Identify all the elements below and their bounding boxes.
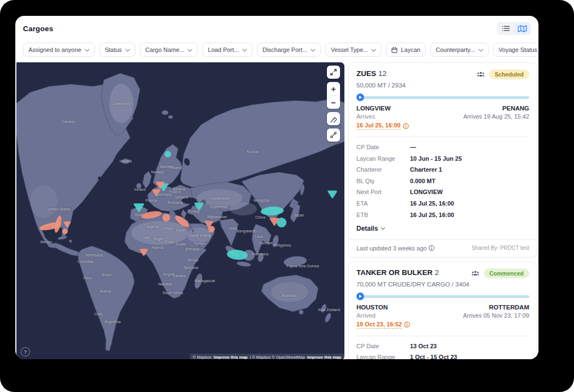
detail-row: Laycan Range 10 Jun - 15 Jun 25 (356, 155, 529, 162)
great-lake (98, 177, 101, 180)
destination-port: PENANG (464, 105, 529, 112)
divider (356, 137, 529, 137)
shared-users-icon (471, 270, 479, 277)
vessel-position-marker[interactable] (356, 93, 364, 101)
detail-value: 1 Oct - 15 Oct 23 (410, 354, 529, 359)
origin-datetime[interactable]: 16 Jul 25, 16:00 (356, 122, 409, 130)
hispaniola (69, 240, 72, 243)
destination-arrival: Arrives 05 Nov 23, 17:09 (463, 312, 529, 319)
detail-value: LONGVIEW (410, 189, 529, 195)
shared-users-icon (477, 71, 485, 78)
detail-label: ETA (356, 200, 410, 207)
list-view-button[interactable] (498, 23, 513, 34)
australia-terrain (271, 282, 308, 302)
zoom-in-button[interactable]: + (327, 82, 340, 95)
filter-voyage-status[interactable]: Voyage Status (493, 43, 538, 57)
greenland-ice (109, 84, 133, 123)
cyan-cargo-marker[interactable] (165, 151, 171, 157)
filter-cargo-name[interactable]: Cargo Name... (140, 43, 198, 57)
filter-vessel-type[interactable]: Vessel Type... (325, 43, 382, 57)
world-map[interactable]: CanadaUnited StatesMexicoVenezuelaColomb… (16, 62, 344, 359)
destination-port: ROTTERDAM (463, 304, 529, 311)
detail-value: 16 Jul 25, 16:00 (410, 200, 529, 207)
detail-row: Charterer Charterer 1 (356, 166, 529, 173)
calendar-icon (391, 47, 397, 53)
divider (356, 336, 529, 336)
chevron-down-icon (85, 46, 90, 53)
detail-label: CP Date (356, 144, 410, 150)
svalbard (162, 110, 168, 115)
chevron-down-icon (371, 46, 376, 53)
filter-counterparty[interactable]: Counterparty... (430, 43, 489, 57)
filter-assigned-to[interactable]: Assigned to anyone (23, 43, 95, 57)
detail-label: Next Port (356, 189, 410, 195)
orange-cargo-marker[interactable] (162, 214, 170, 221)
cargo-subtitle: 70,000 MT CRUDE/DRY CARGO / 3404 (356, 281, 529, 288)
map-expand-button[interactable] (327, 66, 340, 79)
cargo-card[interactable]: TANKER OR BULKER2 Commenced 70,000 MT CR… (348, 261, 537, 359)
chevron-down-icon (188, 46, 192, 53)
progress-track (356, 295, 529, 298)
origin-port: LONGVIEW (356, 105, 409, 112)
cargo-title: ZUES12 (356, 69, 386, 78)
filter-status[interactable]: Status (99, 43, 136, 57)
map-route-button[interactable] (327, 128, 340, 142)
origin-port-block: LONGVIEW Arrives 16 Jul 25, 16:00 (356, 105, 409, 130)
ruler-icon (330, 115, 337, 122)
origin-event: Arrives (356, 113, 409, 120)
status-badge: Scheduled (489, 69, 529, 79)
detail-value: Charterer 1 (410, 166, 529, 173)
play-icon (359, 96, 362, 99)
map-icon (518, 25, 527, 32)
destination-port-block: PENANG Arrives 19 Aug 25, 15:42 (464, 105, 529, 130)
expand-icon (330, 69, 337, 75)
main-content: CanadaUnited StatesMexicoVenezuelaColomb… (15, 62, 538, 359)
destination-arrival: Arrives 19 Aug 25, 15:42 (464, 113, 529, 120)
detail-value: — (410, 144, 529, 150)
voyage-progress-bar (356, 292, 529, 300)
detail-row: ETB 16 Jul 25, 16:00 (356, 212, 529, 218)
origin-datetime[interactable]: 19 Oct 23, 16:52 (356, 321, 410, 329)
voyage-progress-bar (356, 93, 529, 101)
detail-row: CP Date — (356, 144, 529, 150)
great-lake (108, 178, 110, 180)
sahara-terrain (131, 221, 188, 245)
cargo-subtitle: 50,000 MT / 2934 (356, 82, 529, 89)
map-view-button[interactable] (514, 23, 530, 34)
ireland (137, 183, 142, 189)
shared-by: Shared By: PRDCT test (472, 245, 529, 251)
card-footer: Last updated 3 weeks ago Shared By: PRDC… (349, 239, 537, 257)
page-title: Cargoes (23, 25, 53, 33)
cargoes-window: Cargoes Assigned to anyone Status Cargo … (15, 16, 538, 359)
map-canvas (16, 62, 344, 359)
cargo-details-list: CP Date — Laycan Range 10 Jun - 15 Jun 2… (356, 144, 529, 218)
vessel-position-marker[interactable] (356, 292, 364, 300)
tibet-terrain (230, 202, 257, 215)
filter-load-port[interactable]: Load Port... (202, 43, 253, 57)
zoom-out-button[interactable]: − (327, 96, 340, 109)
chevron-down-icon (380, 227, 385, 230)
detail-label: Charterer (356, 166, 410, 173)
origin-port-block: HOUSTON Arrived 19 Oct 23, 16:52 (356, 304, 410, 329)
map-measure-button[interactable] (327, 112, 340, 125)
filter-discharge-port[interactable]: Discharge Port... (257, 43, 321, 57)
details-toggle[interactable]: Details (356, 225, 385, 232)
map-help-button[interactable]: ? (21, 347, 30, 356)
detail-row: CP Date 13 Oct 23 (356, 343, 529, 349)
detail-value: 0.000 MT (410, 178, 529, 184)
cargo-card[interactable]: ZUES12 Scheduled 50,000 MT / 2934 (348, 62, 537, 258)
orange-cargo-marker[interactable] (62, 229, 68, 234)
info-icon (404, 321, 410, 327)
chevron-down-icon (478, 46, 483, 53)
improve-map-link[interactable]: Improve this map (214, 355, 248, 360)
detail-value: 10 Jun - 15 Jun 25 (410, 155, 529, 162)
improve-map-link[interactable]: Improve this map (307, 355, 341, 360)
cargo-title: TANKER OR BULKER2 (356, 268, 439, 277)
destination-port-block: ROTTERDAM Arrives 05 Nov 23, 17:09 (463, 304, 529, 329)
route-icon (330, 132, 337, 138)
chevron-down-icon (242, 46, 247, 53)
mapbox-copyright: © Mapbox (193, 355, 212, 360)
view-toggle (497, 22, 531, 35)
detail-row: BL Qty 0.000 MT (356, 178, 529, 184)
filter-laycan[interactable]: Laycan (386, 43, 425, 57)
